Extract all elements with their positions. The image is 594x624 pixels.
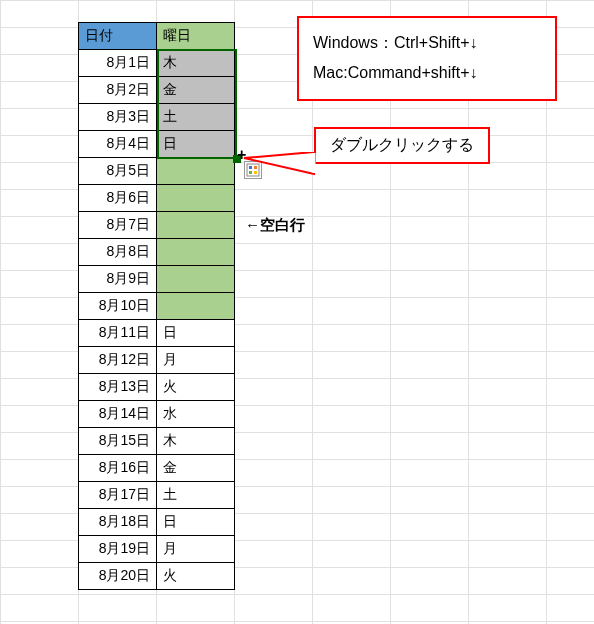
day-cell[interactable]: 木 — [157, 50, 235, 77]
callout-text: ダブルクリックする — [330, 136, 474, 153]
table-row: 8月1日木 — [79, 50, 235, 77]
table-row: 8月19日月 — [79, 536, 235, 563]
autofill-options-icon[interactable] — [244, 161, 262, 179]
day-cell[interactable] — [157, 266, 235, 293]
day-cell[interactable] — [157, 185, 235, 212]
double-click-callout: ダブルクリックする — [314, 127, 490, 164]
day-cell[interactable]: 月 — [157, 347, 235, 374]
table-row: 8月5日 — [79, 158, 235, 185]
date-cell[interactable]: 8月5日 — [79, 158, 157, 185]
day-cell[interactable] — [157, 212, 235, 239]
date-cell[interactable]: 8月18日 — [79, 509, 157, 536]
blank-row-note: ←空白行 — [245, 216, 305, 235]
date-cell[interactable]: 8月9日 — [79, 266, 157, 293]
date-cell[interactable]: 8月10日 — [79, 293, 157, 320]
header-date[interactable]: 日付 — [79, 23, 157, 50]
date-cell[interactable]: 8月17日 — [79, 482, 157, 509]
date-cell[interactable]: 8月11日 — [79, 320, 157, 347]
table-row: 8月8日 — [79, 239, 235, 266]
table-row: 8月11日日 — [79, 320, 235, 347]
svg-rect-1 — [249, 166, 252, 169]
table-row: 8月3日土 — [79, 104, 235, 131]
day-cell[interactable]: 日 — [157, 131, 235, 158]
date-cell[interactable]: 8月2日 — [79, 77, 157, 104]
shortcut-info-box: Windows：Ctrl+Shift+↓ Mac:Command+shift+↓ — [297, 16, 557, 101]
table-row: 8月17日土 — [79, 482, 235, 509]
day-cell[interactable]: 日 — [157, 509, 235, 536]
date-cell[interactable]: 8月6日 — [79, 185, 157, 212]
date-cell[interactable]: 8月8日 — [79, 239, 157, 266]
table-row: 8月20日火 — [79, 563, 235, 590]
date-cell[interactable]: 8月19日 — [79, 536, 157, 563]
date-cell[interactable]: 8月1日 — [79, 50, 157, 77]
day-cell[interactable]: 金 — [157, 77, 235, 104]
table-row: 8月6日 — [79, 185, 235, 212]
table-row: 8月14日水 — [79, 401, 235, 428]
day-cell[interactable] — [157, 239, 235, 266]
table-row: 8月2日金 — [79, 77, 235, 104]
data-table: 日付曜日8月1日木8月2日金8月3日土8月4日日8月5日8月6日8月7日8月8日… — [78, 22, 235, 590]
day-cell[interactable]: 水 — [157, 401, 235, 428]
svg-rect-3 — [249, 171, 252, 174]
date-cell[interactable]: 8月14日 — [79, 401, 157, 428]
day-cell[interactable]: 土 — [157, 104, 235, 131]
day-cell[interactable]: 月 — [157, 536, 235, 563]
date-cell[interactable]: 8月4日 — [79, 131, 157, 158]
date-cell[interactable]: 8月12日 — [79, 347, 157, 374]
day-cell[interactable] — [157, 158, 235, 185]
table-row: 8月9日 — [79, 266, 235, 293]
day-cell[interactable]: 火 — [157, 374, 235, 401]
shortcut-line-mac: Mac:Command+shift+↓ — [313, 58, 541, 88]
day-cell[interactable] — [157, 293, 235, 320]
table-row: 8月12日月 — [79, 347, 235, 374]
table-row: 8月13日火 — [79, 374, 235, 401]
date-cell[interactable]: 8月7日 — [79, 212, 157, 239]
table-row: 8月18日日 — [79, 509, 235, 536]
svg-rect-0 — [247, 164, 259, 176]
table-row: 8月7日 — [79, 212, 235, 239]
header-day[interactable]: 曜日 — [157, 23, 235, 50]
day-cell[interactable]: 火 — [157, 563, 235, 590]
table-row: 8月4日日 — [79, 131, 235, 158]
shortcut-line-windows: Windows：Ctrl+Shift+↓ — [313, 28, 541, 58]
svg-rect-2 — [254, 166, 257, 169]
date-cell[interactable]: 8月3日 — [79, 104, 157, 131]
day-cell[interactable]: 日 — [157, 320, 235, 347]
date-cell[interactable]: 8月13日 — [79, 374, 157, 401]
table-row: 8月15日木 — [79, 428, 235, 455]
day-cell[interactable]: 金 — [157, 455, 235, 482]
day-cell[interactable]: 木 — [157, 428, 235, 455]
date-cell[interactable]: 8月20日 — [79, 563, 157, 590]
date-cell[interactable]: 8月16日 — [79, 455, 157, 482]
day-cell[interactable]: 土 — [157, 482, 235, 509]
table-row: 8月10日 — [79, 293, 235, 320]
svg-rect-4 — [254, 171, 257, 174]
table-row: 8月16日金 — [79, 455, 235, 482]
date-cell[interactable]: 8月15日 — [79, 428, 157, 455]
